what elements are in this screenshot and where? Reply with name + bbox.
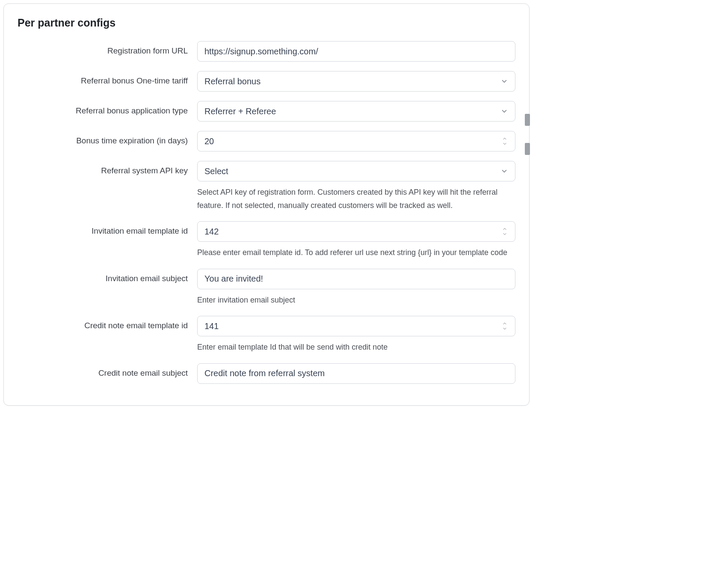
label-bonus-tariff: Referral bonus One-time tariff <box>18 71 197 86</box>
stepper-up-icon[interactable] <box>501 321 508 326</box>
bonus-application-type-select[interactable]: Referrer + Referee <box>197 101 515 122</box>
scrollbar-nub[interactable] <box>525 114 530 126</box>
invitation-subject-input[interactable] <box>197 269 515 289</box>
label-invitation-subject: Invitation email subject <box>18 269 197 283</box>
chevron-down-icon <box>500 77 508 85</box>
api-key-help: Select API key of registration form. Cus… <box>197 186 515 212</box>
chevron-down-icon <box>500 107 508 115</box>
credit-note-subject-input[interactable] <box>197 363 515 384</box>
label-credit-note-subject: Credit note email subject <box>18 363 197 378</box>
stepper-down-icon[interactable] <box>501 326 508 331</box>
credit-note-template-id-help: Enter email template Id that will be sen… <box>197 341 515 354</box>
invitation-subject-help: Enter invitation email subject <box>197 294 515 307</box>
stepper-up-icon[interactable] <box>501 136 508 141</box>
label-api-key: Referral system API key <box>18 161 197 175</box>
row-credit-note-template-id: Credit note email template id Enter emai… <box>18 316 515 354</box>
per-partner-configs-card: Per partner configs Registration form UR… <box>3 3 530 406</box>
label-registration-url: Registration form URL <box>18 41 197 56</box>
row-bonus-expiration: Bonus time expiration (in days) <box>18 131 515 151</box>
row-invitation-template-id: Invitation email template id Please ente… <box>18 221 515 259</box>
registration-url-input[interactable] <box>197 41 515 62</box>
label-bonus-application-type: Referral bonus application type <box>18 101 197 116</box>
api-key-select[interactable]: Select <box>197 161 515 181</box>
label-credit-note-template-id: Credit note email template id <box>18 316 197 330</box>
stepper-up-icon[interactable] <box>501 226 508 232</box>
api-key-value: Select <box>204 166 228 176</box>
stepper-down-icon[interactable] <box>501 232 508 237</box>
chevron-down-icon <box>500 167 508 175</box>
row-credit-note-subject: Credit note email subject <box>18 363 515 384</box>
invitation-template-id-input[interactable] <box>197 221 515 242</box>
stepper-down-icon[interactable] <box>501 141 508 146</box>
row-invitation-subject: Invitation email subject Enter invitatio… <box>18 269 515 307</box>
label-bonus-expiration: Bonus time expiration (in days) <box>18 131 197 145</box>
bonus-tariff-value: Referral bonus <box>204 77 260 86</box>
row-api-key: Referral system API key Select Select AP… <box>18 161 515 212</box>
row-registration-url: Registration form URL <box>18 41 515 62</box>
bonus-expiration-input[interactable] <box>197 131 515 151</box>
label-invitation-template-id: Invitation email template id <box>18 221 197 236</box>
scrollbar-nub[interactable] <box>525 143 530 155</box>
row-bonus-application-type: Referral bonus application type Referrer… <box>18 101 515 122</box>
section-title: Per partner configs <box>18 17 515 29</box>
invitation-template-id-help: Please enter email template id. To add r… <box>197 246 515 259</box>
bonus-tariff-select[interactable]: Referral bonus <box>197 71 515 92</box>
row-bonus-tariff: Referral bonus One-time tariff Referral … <box>18 71 515 92</box>
bonus-application-type-value: Referrer + Referee <box>204 107 276 116</box>
credit-note-template-id-input[interactable] <box>197 316 515 336</box>
